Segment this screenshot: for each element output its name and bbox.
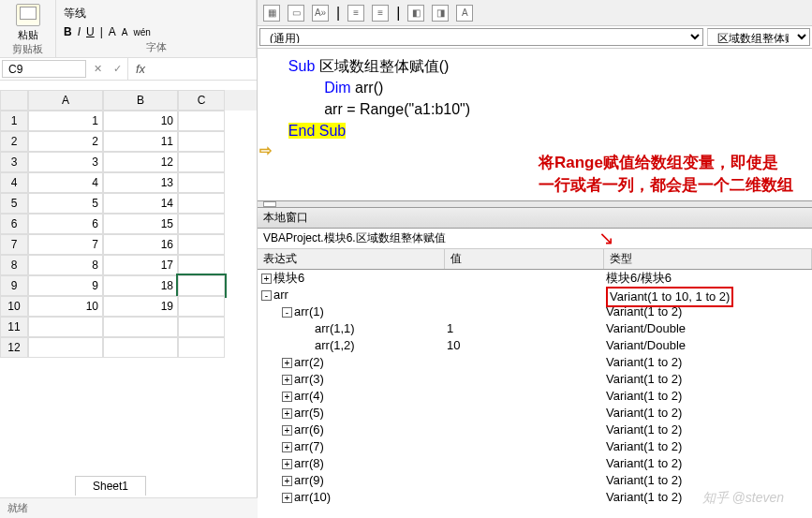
procedure-dropdown[interactable]: 区域数组整体赋 — [707, 28, 810, 46]
splitter[interactable] — [258, 200, 812, 208]
row-header[interactable]: 2 — [0, 131, 28, 152]
locals-row[interactable]: arr(1,1) 1 Variant/Double — [258, 320, 812, 337]
row-header[interactable]: 12 — [0, 337, 28, 358]
cell[interactable] — [28, 337, 103, 358]
col-header-a[interactable]: A — [28, 90, 103, 111]
fx-button[interactable]: fx — [127, 58, 153, 80]
expand-icon[interactable]: + — [282, 425, 292, 436]
toolbar-icon[interactable]: ▦ — [263, 5, 280, 22]
expand-icon[interactable]: + — [282, 375, 292, 385]
cell[interactable]: 16 — [103, 234, 178, 255]
cell[interactable] — [103, 337, 178, 358]
cell[interactable] — [178, 275, 225, 296]
row-header[interactable]: 5 — [0, 193, 28, 214]
cell[interactable]: 17 — [103, 255, 178, 275]
locals-row[interactable]: arr(1,2) 10 Variant/Double — [258, 337, 812, 354]
cell[interactable] — [178, 296, 225, 317]
cell[interactable]: 12 — [103, 152, 178, 172]
locals-row[interactable]: +arr(9) Variant(1 to 2) — [258, 472, 812, 489]
cell[interactable] — [178, 131, 225, 152]
paste-button[interactable]: 粘贴 — [6, 4, 50, 42]
toolbar-icon[interactable]: ▭ — [288, 5, 304, 22]
cell[interactable]: 3 — [28, 152, 103, 172]
sheet-tab[interactable]: Sheet1 — [75, 476, 146, 496]
locals-row[interactable]: +arr(7) Variant(1 to 2) — [258, 438, 812, 455]
spreadsheet-grid[interactable]: A B C 1 1 10 2 2 11 3 3 12 4 4 13 5 5 14 — [0, 90, 257, 358]
locals-row[interactable]: +arr(4) Variant(1 to 2) — [258, 388, 812, 405]
expand-icon[interactable]: + — [282, 493, 292, 503]
cell[interactable] — [178, 337, 225, 358]
expand-icon[interactable]: + — [261, 274, 272, 284]
cell[interactable] — [28, 317, 103, 337]
bold-button[interactable]: B — [64, 25, 72, 38]
cell[interactable] — [103, 317, 178, 337]
cell[interactable] — [178, 111, 225, 131]
cell[interactable] — [178, 193, 225, 214]
expand-icon[interactable]: + — [282, 392, 292, 402]
collapse-icon[interactable]: - — [261, 290, 272, 301]
font-name-dropdown[interactable]: 等线 — [64, 6, 86, 22]
cell[interactable] — [178, 234, 225, 255]
cell[interactable] — [178, 152, 225, 172]
col-value[interactable]: 值 — [445, 249, 604, 269]
accept-formula-button[interactable]: ✓ — [108, 58, 127, 80]
name-box[interactable] — [2, 60, 86, 78]
cell[interactable]: 4 — [28, 172, 103, 193]
toolbar-icon[interactable]: A — [456, 5, 473, 22]
row-header[interactable]: 8 — [0, 255, 28, 275]
row-header[interactable]: 7 — [0, 234, 28, 255]
cell[interactable]: 19 — [103, 296, 178, 317]
cell[interactable]: 8 — [28, 255, 103, 275]
cell[interactable]: 7 — [28, 234, 103, 255]
font-grow-button[interactable]: A — [109, 25, 116, 38]
expand-icon[interactable]: + — [282, 408, 292, 419]
row-header[interactable]: 10 — [0, 296, 28, 317]
locals-row[interactable]: -arr(1) Variant(1 to 2) — [258, 303, 812, 320]
cell[interactable] — [178, 214, 225, 234]
outdent-icon[interactable]: ≡ — [372, 5, 389, 22]
locals-tree[interactable]: +模块6 模块6/模块6 -arr Variant(1 to 10, 1 to … — [258, 270, 812, 506]
cell[interactable] — [178, 255, 225, 275]
phonetic-button[interactable]: wén — [134, 27, 151, 37]
cell[interactable]: 15 — [103, 214, 178, 234]
cell[interactable]: 13 — [103, 172, 178, 193]
cell[interactable] — [178, 317, 225, 337]
row-header[interactable]: 4 — [0, 172, 28, 193]
cell[interactable]: 14 — [103, 193, 178, 214]
row-header[interactable]: 6 — [0, 214, 28, 234]
locals-row[interactable]: +arr(6) Variant(1 to 2) — [258, 422, 812, 438]
row-header[interactable]: 1 — [0, 111, 28, 131]
expand-icon[interactable]: + — [282, 476, 292, 486]
cell[interactable]: 11 — [103, 131, 178, 152]
locals-row[interactable]: +arr(8) Variant(1 to 2) — [258, 455, 812, 472]
cell[interactable]: 18 — [103, 275, 178, 296]
col-type[interactable]: ↘类型 — [604, 249, 812, 269]
cancel-formula-button[interactable]: ✕ — [88, 58, 108, 80]
row-header[interactable]: 9 — [0, 275, 28, 296]
italic-button[interactable]: I — [78, 25, 81, 38]
cell[interactable]: 10 — [103, 111, 178, 131]
locals-row[interactable]: -arr Variant(1 to 10, 1 to 2) — [258, 287, 812, 303]
object-dropdown[interactable]: (通用) — [259, 28, 703, 46]
locals-row[interactable]: +模块6 模块6/模块6 — [258, 270, 812, 287]
toolbar-icon[interactable]: ◧ — [407, 5, 424, 22]
toolbar-icon[interactable]: A» — [312, 5, 329, 22]
cell[interactable]: 9 — [28, 275, 103, 296]
cell[interactable]: 2 — [28, 131, 103, 152]
locals-row[interactable]: +arr(3) Variant(1 to 2) — [258, 371, 812, 388]
expand-icon[interactable]: + — [282, 442, 292, 452]
row-header[interactable]: 11 — [0, 317, 28, 337]
expand-icon[interactable]: + — [282, 358, 292, 368]
expand-icon[interactable]: + — [282, 459, 292, 469]
col-header-c[interactable]: C — [178, 90, 225, 111]
underline-button[interactable]: U — [86, 25, 95, 38]
indent-icon[interactable]: ≡ — [347, 5, 364, 22]
cell[interactable]: 1 — [28, 111, 103, 131]
row-header[interactable]: 3 — [0, 152, 28, 172]
col-expression[interactable]: 表达式 — [258, 249, 445, 269]
locals-row[interactable]: +arr(2) Variant(1 to 2) — [258, 354, 812, 371]
collapse-icon[interactable]: - — [282, 307, 292, 318]
locals-row[interactable]: +arr(5) Variant(1 to 2) — [258, 405, 812, 422]
font-shrink-button[interactable]: A — [122, 27, 128, 37]
cell[interactable]: 10 — [28, 296, 103, 317]
